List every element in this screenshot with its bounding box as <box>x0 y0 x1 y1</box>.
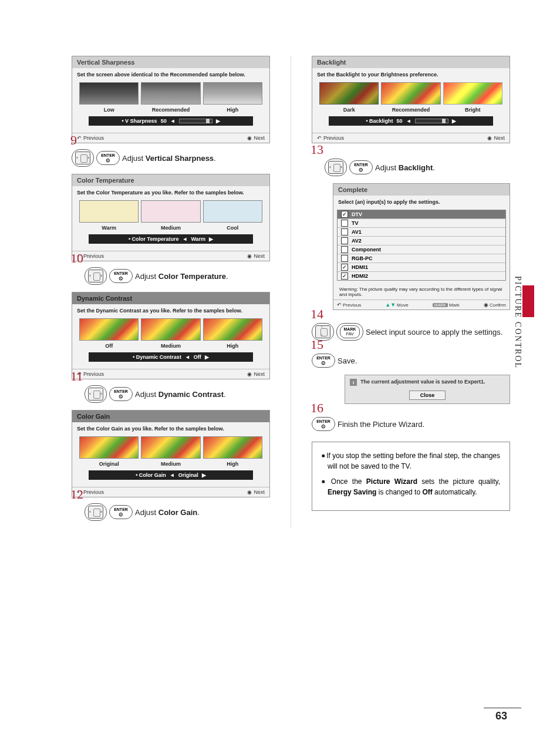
dpad-button[interactable]: ‹› <box>85 267 107 285</box>
prev-button[interactable]: ↶Previous <box>317 135 344 141</box>
panel-dynamic-contrast: Dynamic Contrast Set the Dynamic Contras… <box>72 292 270 379</box>
sample-warm <box>79 200 139 223</box>
checkbox-icon: ✓ <box>341 272 348 280</box>
enter-button[interactable]: ENTER⊙ <box>96 151 120 165</box>
dpad-button[interactable]: ‹› <box>325 159 347 176</box>
sample-recommended <box>141 82 200 105</box>
move-hint: ▲▼Move <box>385 302 408 308</box>
checkbox-icon: ✓ <box>341 211 348 218</box>
checkbox-icon <box>341 237 348 244</box>
step-10: 10 ‹› ENTER⊙ Adjust Color Temperature. <box>72 267 270 285</box>
notes-box: If you stop the setting before the final… <box>312 442 510 511</box>
sample-cool <box>203 200 262 223</box>
step-9: 9 ‹› ENTER⊙ Adjust Vertical Sharpness. <box>72 149 270 167</box>
slider-v-sharpness[interactable]: • V Sharpness50◄▶ <box>89 116 253 126</box>
sample-high <box>203 82 262 105</box>
right-column: Backlight Set the Backlight to your Brig… <box>312 56 510 528</box>
enter-button[interactable]: ENTER⊙ <box>312 417 335 431</box>
slider-backlight[interactable]: • Backlight50◄▶ <box>329 116 493 126</box>
note-2: Once the Picture Wizard sets the pic­tur… <box>322 476 500 497</box>
checkbox-icon <box>341 220 348 227</box>
next-button[interactable]: ◉Next <box>247 371 265 377</box>
panel-vertical-sharpness: Vertical Sharpness Set the screen above … <box>72 56 270 143</box>
checkbox-icon <box>341 228 348 235</box>
prev-button[interactable]: ↶Previous <box>77 135 104 141</box>
save-confirmation-panel: iThe current adjustment value is saved t… <box>345 375 510 404</box>
panel-complete: Complete Select (an) input(s) to apply t… <box>333 183 510 310</box>
panel-title: Vertical Sharpness <box>72 56 269 68</box>
sample-medium <box>141 436 200 459</box>
sample-original <box>79 436 139 459</box>
input-row-rgbpc[interactable]: RGB-PC <box>338 254 505 263</box>
next-button[interactable]: ◉Next <box>247 135 265 141</box>
panel-subtitle: Set the screen above identical to the Re… <box>72 68 269 80</box>
input-row-dtv[interactable]: ✓DTV <box>338 210 505 219</box>
sample-low <box>79 82 139 105</box>
input-list: ✓DTV TV AV1 AV2 Component RGB-PC ✓HDMI1 … <box>337 210 506 281</box>
page-number: 63 <box>495 708 521 722</box>
info-icon: i <box>350 379 357 386</box>
mark-fav-button[interactable]: MARKFAV <box>336 323 363 341</box>
next-button[interactable]: ◉Next <box>247 489 265 495</box>
checkbox-icon <box>341 246 348 253</box>
checkbox-icon: ✓ <box>341 264 348 271</box>
sample-recommended <box>381 82 440 105</box>
input-row-av2[interactable]: AV2 <box>338 237 505 245</box>
enter-button[interactable]: ENTER⊙ <box>312 354 335 368</box>
panel-color-gain: Color Gain Set the Color Gain as you lik… <box>72 410 270 497</box>
input-row-hdmi2[interactable]: ✓HDMI2 <box>338 272 505 280</box>
sample-off <box>79 318 139 341</box>
dpad-button[interactable]: ‹› <box>85 503 107 521</box>
slider-dynamic-contrast[interactable]: • Dynamic Contrast◄Off▶ <box>89 352 253 362</box>
close-button[interactable]: Close <box>409 391 446 400</box>
enter-button[interactable]: ENTER⊙ <box>109 387 133 401</box>
mark-hint: MARKMark <box>433 302 460 308</box>
step-13: 13 ‹› ENTER⊙ Adjust Backlight. <box>312 159 510 176</box>
input-row-hdmi1[interactable]: ✓HDMI1 <box>338 263 505 272</box>
warning-text: Warning: The picture quality may vary ac… <box>333 284 510 300</box>
slider-color-temp[interactable]: • Color Temperature◄Warm▶ <box>89 234 253 244</box>
input-row-av1[interactable]: AV1 <box>338 228 505 237</box>
step-14: 14 ˆˇ MARKFAV Select input source to app… <box>312 323 510 341</box>
step-12: 12 ‹› ENTER⊙ Adjust Color Gain. <box>72 503 270 521</box>
enter-button[interactable]: ENTER⊙ <box>349 160 373 174</box>
sample-dark <box>319 82 379 105</box>
panel-backlight: Backlight Set the Backlight to your Brig… <box>312 56 510 143</box>
step-11: 11 ‹› ENTER⊙ Adjust Dynamic Contrast. <box>72 385 270 403</box>
slider-color-gain[interactable]: • Color Gain◄Original▶ <box>89 470 253 480</box>
left-column: Vertical Sharpness Set the screen above … <box>72 56 270 528</box>
next-button[interactable]: ◉Next <box>247 253 265 259</box>
next-button[interactable]: ◉Next <box>487 135 505 141</box>
side-accent <box>522 285 534 317</box>
sample-medium <box>141 318 200 341</box>
step-15: 15 ENTER⊙ Save. <box>312 354 510 368</box>
column-divider <box>291 56 291 528</box>
confirm-button[interactable]: ◉Confirm <box>484 302 506 308</box>
input-row-component[interactable]: Component <box>338 245 505 254</box>
sample-high <box>203 318 262 341</box>
checkbox-icon <box>341 255 348 262</box>
enter-button[interactable]: ENTER⊙ <box>109 505 133 519</box>
dpad-button[interactable]: ‹› <box>85 385 107 403</box>
save-message: The current adjustment value is saved to… <box>360 379 485 385</box>
input-row-tv[interactable]: TV <box>338 219 505 228</box>
sample-bright <box>443 82 502 105</box>
sample-medium <box>141 200 200 223</box>
panel-color-temperature: Color Temperature Set the Color Temperat… <box>72 174 270 261</box>
enter-button[interactable]: ENTER⊙ <box>109 269 133 283</box>
dpad-button[interactable]: ‹› <box>72 149 94 167</box>
prev-button[interactable]: ↶Previous <box>337 302 361 308</box>
note-1: If you stop the setting before the final… <box>322 450 500 472</box>
section-tab: PICTURE CONTROL <box>513 276 522 369</box>
step-16: 16 ENTER⊙ Finish the Picture Wizard. <box>312 417 510 431</box>
sample-high <box>203 436 262 459</box>
